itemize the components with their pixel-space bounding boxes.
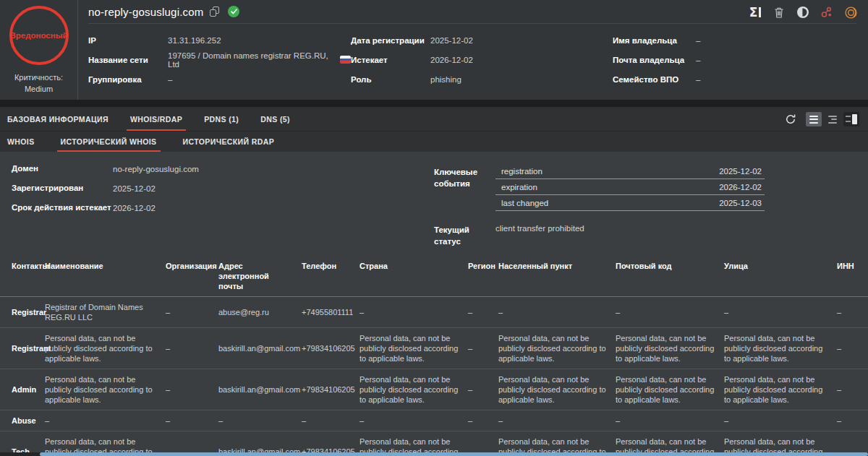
cell: +74955801111 — [302, 297, 359, 328]
table-row-registrar: Registrar Registrar of Domain Names REG.… — [0, 297, 868, 328]
cell: Registrant — [0, 328, 45, 369]
compact-view-button[interactable] — [825, 112, 841, 126]
verified-check-icon — [228, 6, 239, 17]
cell: – — [724, 297, 837, 328]
cell: – — [468, 328, 498, 369]
scrollbar-thumb[interactable] — [40, 452, 868, 456]
col-contacts: Контакты — [0, 256, 45, 297]
key-events-table: registration 2025-12-02 expiration 2026-… — [495, 163, 765, 211]
owner-name-value: – — [696, 36, 700, 45]
cell: Personal data, can not be publicly discl… — [45, 369, 166, 410]
cell: – — [166, 328, 218, 369]
tab-whois-rdap[interactable]: WHOIS/RDAP — [130, 107, 182, 131]
cell: +79834106205 — [302, 328, 359, 369]
cell: – — [166, 369, 218, 410]
cell: abuse@reg.ru — [218, 297, 302, 328]
tab-historical-whois[interactable]: ИСТОРИЧЕСКИЙ WHOIS — [61, 132, 157, 152]
tab-dns[interactable]: DNS (5) — [260, 107, 290, 131]
cell: Personal data, can not be publicly discl… — [498, 328, 616, 369]
table-header-row: Контакты Наименование Организация Адрес … — [0, 256, 868, 297]
reg-date-value: 2025-12-02 — [430, 36, 473, 45]
event-date: 2025-12-02 — [719, 167, 762, 176]
concentric-rings-icon[interactable] — [843, 5, 858, 20]
graph-nodes-icon[interactable] — [820, 5, 834, 20]
key-events-label: Ключевые события — [434, 163, 486, 189]
cell: – — [498, 297, 616, 328]
analytics-pie-icon[interactable] — [796, 5, 810, 20]
tabs-bar: БАЗОВАЯ ИНФОРМАЦИЯ WHOIS/RDAP PDNS (1) D… — [0, 107, 868, 152]
cell: – — [45, 410, 166, 431]
cell: – — [837, 410, 868, 431]
criticality-label: Критичность: — [14, 72, 63, 83]
tab-historical-rdap[interactable]: ИСТОРИЧЕСКИЙ RDAP — [183, 132, 275, 152]
cell: Personal data, can not be publicly discl… — [498, 369, 616, 410]
valid-until-label: Срок действия истекает — [12, 202, 113, 213]
registered-label: Зарегистрирован — [12, 183, 113, 194]
current-status-value: client transfer prohibited — [495, 221, 856, 247]
valid-until-value: 2026-12-02 — [113, 204, 156, 212]
cell: Personal data, can not be publicly discl… — [45, 328, 166, 369]
cell: – — [837, 297, 868, 328]
cell: Personal data, can not be publicly discl… — [724, 328, 837, 369]
copy-icon[interactable] — [210, 7, 219, 17]
page-title: no-reply-gosuslugi.com — [88, 6, 203, 18]
cell: – — [724, 410, 837, 431]
cell: – — [837, 369, 868, 410]
cell: – — [302, 410, 359, 431]
network-value: 197695 / Domain names registrar REG.RU, … — [168, 51, 335, 69]
tab-pdns[interactable]: PDNS (1) — [204, 107, 239, 131]
key-event-row: registration 2025-12-02 — [495, 163, 765, 179]
role-label: Роль — [351, 75, 430, 84]
grouping-value: – — [168, 75, 172, 84]
cell: Personal data, can not be publicly discl… — [616, 369, 724, 410]
trash-icon[interactable] — [772, 5, 786, 20]
role-value: phishing — [430, 75, 461, 84]
cell: – — [468, 410, 498, 431]
horizontal-scrollbar[interactable] — [0, 452, 868, 456]
cell: +79834106205 — [302, 369, 359, 410]
cell: Admin — [0, 369, 45, 410]
entity-info-grid: IP 31.31.196.252 Название сети 197695 / … — [88, 24, 856, 89]
cell: – — [359, 410, 468, 431]
domain-label: Домен — [12, 163, 113, 174]
contacts-table-wrap: Контакты Наименование Организация Адрес … — [0, 256, 868, 456]
contacts-table: Контакты Наименование Организация Адрес … — [0, 256, 868, 456]
cell: Personal data, can not be publicly discl… — [359, 369, 468, 410]
primary-tabs: БАЗОВАЯ ИНФОРМАЦИЯ WHOIS/RDAP PDNS (1) D… — [0, 107, 868, 132]
cell: – — [359, 297, 468, 328]
tab-whois[interactable]: WHOIS — [7, 132, 35, 152]
current-status-label: Текущий статус — [434, 221, 486, 247]
owner-email-label: Почта владельца — [613, 56, 696, 64]
table-row-abuse: Abuse – – – – – – – – – – — [0, 410, 868, 431]
cell: – — [468, 297, 498, 328]
verdict-panel: Вредоносный Критичность: Medium — [0, 0, 78, 100]
panel-view-button[interactable] — [843, 112, 859, 126]
header-toolbar: Σ — [748, 5, 858, 20]
event-date: 2026-12-02 — [719, 183, 762, 192]
col-locality: Населенный пункт — [498, 256, 616, 297]
secondary-tabs: WHOIS ИСТОРИЧЕСКИЙ WHOIS ИСТОРИЧЕСКИЙ RD… — [0, 132, 868, 152]
col-organization: Организация — [166, 256, 218, 297]
sigma-export-icon[interactable]: Σ — [748, 5, 762, 20]
entity-header: Вредоносный Критичность: Medium no-reply… — [0, 0, 868, 100]
col-street: Улица — [724, 256, 837, 297]
ip-value: 31.31.196.252 — [168, 36, 221, 45]
cell: – — [616, 410, 724, 431]
view-toggle-group — [806, 112, 859, 126]
event-name: expiration — [501, 183, 537, 192]
col-phone: Телефон — [302, 256, 359, 297]
table-row-registrant: Registrant Personal data, can not be pub… — [0, 328, 868, 369]
list-view-button[interactable] — [806, 112, 822, 126]
malware-family-value: – — [696, 75, 700, 84]
tab-basic-info[interactable]: БАЗОВАЯ ИНФОРМАЦИЯ — [7, 107, 109, 131]
col-country: Страна — [359, 256, 468, 297]
refresh-icon[interactable] — [783, 112, 798, 126]
criticality-value: Medium — [14, 83, 63, 95]
whois-summary: Домен no-reply-gosuslugi.com Зарегистрир… — [0, 152, 868, 247]
cell: – — [468, 369, 498, 410]
event-name: registration — [501, 167, 542, 176]
reg-date-label: Дата регистрации — [351, 36, 430, 45]
verdict-label: Вредоносный — [9, 31, 67, 40]
cell: – — [166, 297, 218, 328]
key-event-row: expiration 2026-12-02 — [495, 179, 765, 195]
